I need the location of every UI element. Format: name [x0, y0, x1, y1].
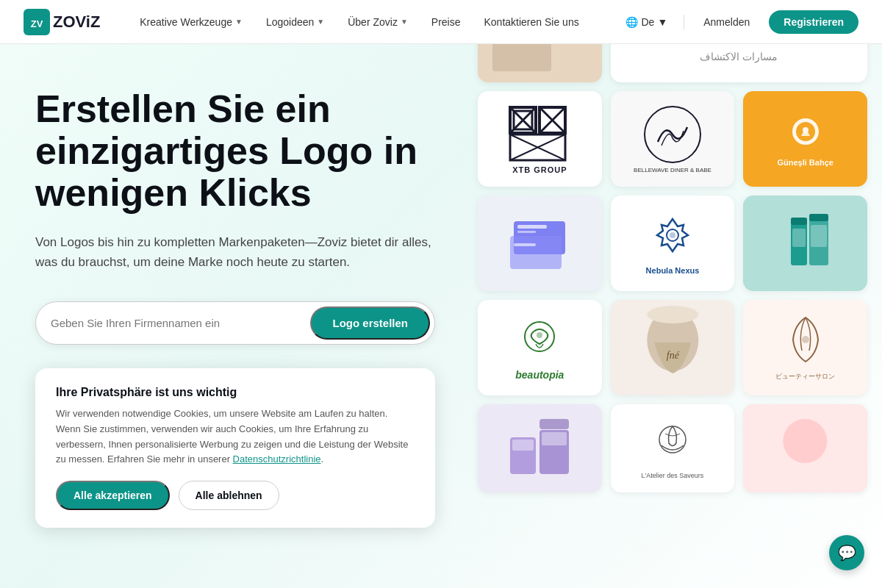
hero-panel: Erstellen Sie ein einzigartiges Logo in …	[0, 44, 470, 588]
list-item	[478, 196, 602, 291]
create-logo-button[interactable]: Logo erstellen	[310, 306, 430, 340]
nebula-label: Nebula Nexus	[646, 266, 700, 275]
svg-rect-41	[539, 419, 569, 429]
nebula-logo	[647, 212, 698, 263]
svg-rect-20	[517, 231, 536, 233]
svg-rect-28	[809, 214, 828, 221]
search-bar: Logo erstellen	[35, 301, 435, 345]
nav-right: 🌐 De ▼ Anmelden Registrieren	[618, 10, 858, 34]
chevron-down-icon: ▼	[317, 18, 324, 26]
beautopia-label: beautopia	[514, 369, 565, 381]
nav-item-logoideen[interactable]: Logoideen ▼	[257, 12, 333, 32]
list-item	[743, 196, 867, 291]
language-button[interactable]: 🌐 De ▼	[618, 12, 675, 32]
hero-subtitle: Von Logos bis hin zu kompletten Markenpa…	[35, 232, 435, 272]
svg-point-32	[537, 332, 542, 338]
svg-point-24	[670, 232, 675, 238]
nav-item-preise[interactable]: Preise	[423, 12, 470, 32]
list-item: beautopia	[478, 300, 602, 395]
logo[interactable]: ZV ZOViZ	[24, 9, 100, 35]
japanese-logo	[780, 314, 831, 369]
nav-links: Kreative Werkzeuge ▼ Logoideen ▼ Über Zo…	[131, 12, 588, 32]
svg-rect-26	[791, 218, 807, 225]
main-content: Erstellen Sie ein einzigartiges Logo in …	[0, 44, 882, 588]
hero-title: Erstellen Sie ein einzigartiges Logo in …	[35, 88, 435, 215]
svg-rect-21	[510, 236, 562, 269]
svg-point-42	[659, 426, 686, 453]
company-name-input[interactable]	[51, 317, 310, 329]
arabic-label: مسارات الاكتشاف	[700, 51, 778, 62]
divider	[684, 15, 684, 29]
privacy-policy-link[interactable]: Datenschutzrichtlinie	[233, 453, 321, 465]
list-item	[478, 44, 602, 82]
logo-gallery: مسارات الاكتشاف	[470, 44, 882, 588]
list-item	[743, 404, 867, 492]
svg-rect-40	[542, 432, 567, 445]
nav-item-kreative[interactable]: Kreative Werkzeuge ▼	[131, 12, 251, 32]
coffee-cup-image: fné	[611, 300, 735, 395]
svg-rect-22	[514, 243, 536, 246]
saveurs-logo	[647, 417, 698, 469]
gallery-grid: مسارات الاكتشاف	[478, 44, 867, 501]
saveurs-label: L'Atelier des Saveurs	[642, 472, 704, 479]
svg-rect-3	[492, 44, 551, 71]
svg-rect-29	[792, 229, 806, 247]
cookie-title: Ihre Privatsphäre ist uns wichtig	[56, 386, 415, 399]
chevron-down-icon: ▼	[235, 18, 243, 26]
svg-text:ZV: ZV	[31, 18, 43, 29]
svg-point-17	[803, 127, 808, 133]
list-item: Nebula Nexus	[611, 196, 735, 291]
beautopia-logo	[514, 315, 565, 366]
guneshli-logo	[784, 111, 828, 155]
list-item: Güneşli Bahçe	[743, 91, 867, 187]
xtb-logo: XTB GROUP	[506, 104, 573, 174]
teal-packaging-image	[769, 203, 842, 284]
logo-text: ZOViZ	[53, 12, 100, 32]
guneshli-label: Güneşli Bahçe	[777, 158, 833, 167]
svg-point-34	[647, 306, 698, 323]
list-item: XTB GROUP	[478, 91, 602, 187]
globe-icon: 🌐	[625, 16, 638, 28]
svg-point-36	[802, 336, 809, 343]
svg-rect-19	[517, 225, 547, 229]
chevron-down-icon: ▼	[401, 18, 408, 26]
list-item: BELLEWAVE DINER & BABE	[611, 91, 735, 187]
list-item: L'Atelier des Saveurs	[611, 404, 735, 492]
register-button[interactable]: Registrieren	[769, 10, 858, 34]
navbar: ZV ZOViZ Kreative Werkzeuge ▼ Logoideen …	[0, 0, 882, 44]
gallery-image	[478, 44, 602, 82]
blue-card-image	[503, 207, 576, 280]
decline-cookies-button[interactable]: Alle ablehnen	[179, 481, 279, 510]
product-boxes-image	[499, 408, 580, 489]
nav-item-kontakt[interactable]: Kontaktieren Sie uns	[475, 12, 587, 32]
cookie-actions: Alle akzeptieren Alle ablehnen	[56, 481, 415, 510]
chat-button[interactable]: 💬	[829, 535, 864, 570]
list-item: ビューティーサロン	[743, 300, 867, 395]
svg-point-44	[784, 419, 828, 463]
svg-text:fné: fné	[666, 350, 679, 361]
japanese-label: ビューティーサロン	[775, 372, 835, 381]
cookie-banner: Ihre Privatsphäre ist uns wichtig Wir ve…	[35, 368, 435, 528]
signin-button[interactable]: Anmelden	[693, 12, 760, 32]
svg-rect-38	[512, 440, 534, 451]
logo-icon: ZV	[24, 9, 50, 35]
list-item: fné	[611, 300, 735, 395]
bellewave-logo	[643, 105, 702, 164]
list-item: مسارات الاكتشاف	[611, 44, 867, 82]
pink-card-image	[743, 404, 867, 492]
svg-rect-30	[811, 225, 827, 247]
cookie-text: Wir verwenden notwendige Cookies, um uns…	[56, 406, 415, 467]
accept-cookies-button[interactable]: Alle akzeptieren	[56, 481, 170, 510]
chevron-down-icon: ▼	[657, 16, 667, 28]
bellewave-label: BELLEWAVE DINER & BABE	[634, 167, 711, 173]
chat-icon: 💬	[838, 544, 856, 562]
nav-item-uber[interactable]: Über Zoviz ▼	[339, 12, 417, 32]
list-item	[478, 404, 602, 492]
xtb-label: XTB GROUP	[506, 165, 573, 174]
